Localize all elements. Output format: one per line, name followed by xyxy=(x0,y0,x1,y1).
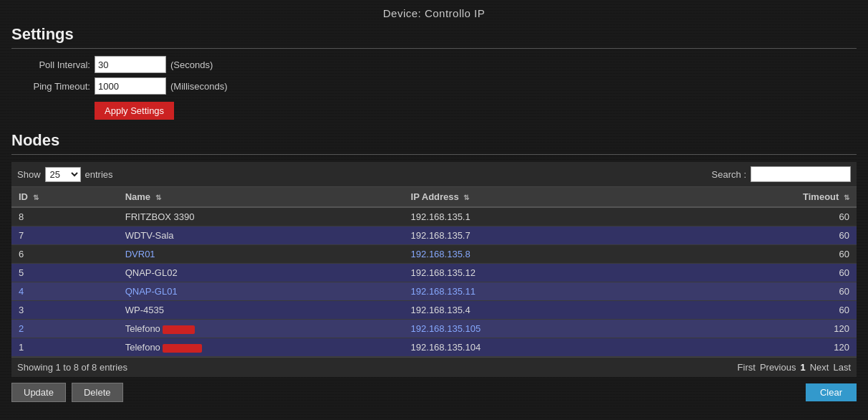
cell-ip: 192.168.135.7 xyxy=(404,226,667,245)
cell-name: QNAP-GL01 xyxy=(118,282,404,301)
row-ip-link[interactable]: 192.168.135.105 xyxy=(411,323,481,334)
cell-timeout: 120 xyxy=(667,338,857,357)
show-entries-control: Show 25 10 50 100 entries xyxy=(17,167,113,182)
table-footer: Showing 1 to 8 of 8 entries First Previo… xyxy=(11,357,857,377)
poll-interval-label: Poll Interval: xyxy=(19,59,90,70)
col-name-sort-icon: ⇅ xyxy=(155,194,161,201)
cell-timeout: 60 xyxy=(667,282,857,301)
page-title: Device: Controllo IP xyxy=(383,7,486,19)
row-ip-link[interactable]: 192.168.135.8 xyxy=(411,249,471,259)
col-id-sort-icon: ⇅ xyxy=(33,194,39,201)
pagination-first[interactable]: First xyxy=(738,362,756,373)
table-row[interactable]: 7WDTV-Sala192.168.135.760 xyxy=(11,226,857,245)
action-left: Update Delete xyxy=(11,383,123,402)
cell-ip: 192.168.135.4 xyxy=(404,301,667,320)
ping-timeout-label: Ping Timeout: xyxy=(19,81,90,92)
cell-ip: 192.168.135.104 xyxy=(404,338,667,357)
table-row[interactable]: 5QNAP-GL02192.168.135.1260 xyxy=(11,264,857,282)
pagination-page[interactable]: 1 xyxy=(800,362,805,373)
cell-timeout: 60 xyxy=(667,264,857,282)
cell-name: FRITZBOX 3390 xyxy=(118,207,404,226)
cell-id: 4 xyxy=(11,282,118,301)
showing-info: Showing 1 to 8 of 8 entries xyxy=(17,362,127,373)
cell-name: Telefono xyxy=(118,338,404,357)
table-row[interactable]: 2Telefono 192.168.135.105120 xyxy=(11,320,857,338)
cell-name: WDTV-Sala xyxy=(118,226,404,245)
pagination-previous[interactable]: Previous xyxy=(760,362,796,373)
table-row[interactable]: 6DVR01192.168.135.860 xyxy=(11,245,857,264)
cell-name: QNAP-GL02 xyxy=(118,264,404,282)
row-ip-link[interactable]: 192.168.135.11 xyxy=(411,286,476,297)
action-footer: Update Delete Clear xyxy=(11,378,857,406)
col-name-label: Name xyxy=(125,191,150,202)
cell-id: 3 xyxy=(11,301,118,320)
cell-id: 6 xyxy=(11,245,118,264)
search-label: Search : xyxy=(712,169,746,180)
cell-id: 1 xyxy=(11,338,118,357)
row-id-link[interactable]: 4 xyxy=(19,286,24,297)
poll-interval-input[interactable] xyxy=(95,56,166,73)
col-header-ip[interactable]: IP Address ⇅ xyxy=(404,187,667,207)
search-area: Search : xyxy=(712,166,851,182)
cell-id: 2 xyxy=(11,320,118,338)
col-header-name[interactable]: Name ⇅ xyxy=(118,187,404,207)
search-input[interactable] xyxy=(751,166,851,182)
cell-ip: 192.168.135.1 xyxy=(404,207,667,226)
apply-settings-button[interactable]: Apply Settings xyxy=(95,102,174,120)
show-label: Show xyxy=(17,169,41,180)
table-row[interactable]: 4QNAP-GL01192.168.135.1160 xyxy=(11,282,857,301)
col-timeout-label: Timeout xyxy=(803,191,839,202)
cell-name: Telefono xyxy=(118,320,404,338)
cell-ip: 192.168.135.11 xyxy=(404,282,667,301)
row-name-link[interactable]: QNAP-GL01 xyxy=(125,286,178,297)
table-controls-top: Show 25 10 50 100 entries Search : xyxy=(11,162,857,187)
table-row[interactable]: 1Telefono 192.168.135.104120 xyxy=(11,338,857,357)
pagination-last[interactable]: Last xyxy=(833,362,851,373)
cell-name: WP-4535 xyxy=(118,301,404,320)
pagination: First Previous 1 Next Last xyxy=(738,362,851,373)
col-id-label: ID xyxy=(19,191,28,202)
cell-ip: 192.168.135.105 xyxy=(404,320,667,338)
nodes-table: ID ⇅ Name ⇅ IP Address ⇅ Timeout ⇅ xyxy=(11,187,857,357)
redacted-block xyxy=(163,325,195,334)
col-ip-sort-icon: ⇅ xyxy=(463,194,469,201)
redacted-block xyxy=(163,344,202,353)
row-name-link[interactable]: DVR01 xyxy=(125,249,155,259)
cell-id: 8 xyxy=(11,207,118,226)
cell-name: DVR01 xyxy=(118,245,404,264)
col-header-id[interactable]: ID ⇅ xyxy=(11,187,118,207)
col-timeout-sort-icon: ⇅ xyxy=(844,194,849,201)
cell-id: 5 xyxy=(11,264,118,282)
row-id-link[interactable]: 2 xyxy=(19,323,24,334)
cell-ip: 192.168.135.12 xyxy=(404,264,667,282)
col-ip-label: IP Address xyxy=(411,191,459,202)
cell-timeout: 60 xyxy=(667,226,857,245)
delete-button[interactable]: Delete xyxy=(72,383,123,402)
settings-section-title: Settings xyxy=(11,25,857,49)
nodes-section: Nodes Show 25 10 50 100 entries Search : xyxy=(11,131,857,406)
table-row[interactable]: 3WP-4535192.168.135.460 xyxy=(11,301,857,320)
pagination-next[interactable]: Next xyxy=(810,362,829,373)
entries-select[interactable]: 25 10 50 100 xyxy=(45,167,81,182)
table-row[interactable]: 8FRITZBOX 3390192.168.135.160 xyxy=(11,207,857,226)
col-header-timeout[interactable]: Timeout ⇅ xyxy=(667,187,857,207)
cell-id: 7 xyxy=(11,226,118,245)
ping-timeout-input[interactable] xyxy=(95,77,166,95)
cell-timeout: 60 xyxy=(667,301,857,320)
poll-interval-unit: (Seconds) xyxy=(170,59,213,70)
table-header-row: ID ⇅ Name ⇅ IP Address ⇅ Timeout ⇅ xyxy=(11,187,857,207)
cell-timeout: 60 xyxy=(667,207,857,226)
nodes-section-title: Nodes xyxy=(11,131,857,155)
cell-ip: 192.168.135.8 xyxy=(404,245,667,264)
update-button[interactable]: Update xyxy=(11,383,66,402)
clear-button[interactable]: Clear xyxy=(806,383,857,401)
ping-timeout-unit: (Milliseconds) xyxy=(170,81,227,92)
cell-timeout: 60 xyxy=(667,245,857,264)
settings-form: Poll Interval: (Seconds) Ping Timeout: (… xyxy=(19,56,857,120)
entries-label: entries xyxy=(85,169,113,180)
cell-timeout: 120 xyxy=(667,320,857,338)
